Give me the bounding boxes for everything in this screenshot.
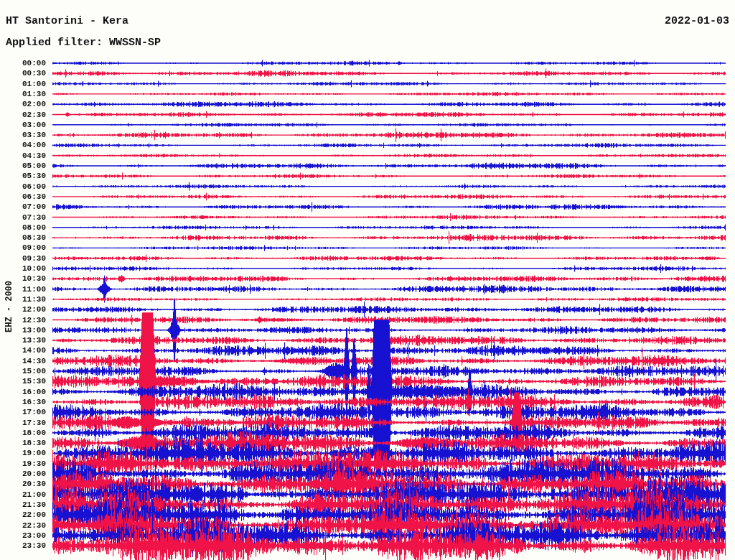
time-label: 22:00 bbox=[0, 510, 46, 519]
time-label: 10:30 bbox=[0, 274, 46, 283]
time-label: 23:00 bbox=[0, 531, 46, 540]
station-title: HT Santorini - Kera bbox=[6, 15, 128, 27]
filter-label: Applied filter: WWSSN-SP bbox=[6, 37, 161, 49]
time-label: 20:00 bbox=[0, 470, 46, 478]
time-label: 04:00 bbox=[0, 141, 46, 149]
time-label: 21:30 bbox=[0, 500, 46, 509]
time-label: 17:00 bbox=[0, 408, 46, 416]
helicorder-plot bbox=[0, 0, 735, 560]
time-label: 01:00 bbox=[0, 80, 46, 88]
time-label: 03:00 bbox=[0, 121, 46, 129]
time-label: 14:00 bbox=[0, 346, 46, 355]
time-label: 14:30 bbox=[0, 357, 46, 365]
time-label: 06:30 bbox=[0, 192, 46, 201]
time-label: 04:30 bbox=[0, 151, 46, 160]
time-label: 12:30 bbox=[0, 316, 46, 325]
time-label: 13:30 bbox=[0, 336, 46, 345]
time-label: 12:00 bbox=[0, 305, 46, 314]
time-label: 01:30 bbox=[0, 90, 46, 98]
time-label: 09:30 bbox=[0, 254, 46, 263]
time-label: 02:30 bbox=[0, 111, 46, 119]
time-label: 19:30 bbox=[0, 459, 46, 468]
time-label: 06:00 bbox=[0, 182, 46, 191]
time-label: 07:00 bbox=[0, 202, 46, 211]
time-label: 10:00 bbox=[0, 264, 46, 273]
time-label: 19:00 bbox=[0, 449, 46, 457]
time-label: 11:00 bbox=[0, 285, 46, 294]
time-label: 13:00 bbox=[0, 326, 46, 335]
time-label: 05:30 bbox=[0, 172, 46, 180]
time-label: 17:30 bbox=[0, 419, 46, 427]
time-label: 08:30 bbox=[0, 233, 46, 242]
time-label: 09:00 bbox=[0, 243, 46, 252]
time-label: 05:00 bbox=[0, 162, 46, 170]
time-label: 08:00 bbox=[0, 223, 46, 232]
time-label: 18:00 bbox=[0, 429, 46, 437]
time-label: 16:30 bbox=[0, 398, 46, 406]
time-label: 20:30 bbox=[0, 480, 46, 488]
time-label: 03:30 bbox=[0, 131, 46, 139]
time-label: 11:30 bbox=[0, 295, 46, 304]
helicorder-page: HT Santorini - Kera Applied filter: WWSS… bbox=[0, 0, 735, 560]
time-label: 07:30 bbox=[0, 213, 46, 222]
time-label: 22:30 bbox=[0, 521, 46, 530]
time-label: 16:00 bbox=[0, 388, 46, 396]
time-label: 00:00 bbox=[0, 59, 46, 67]
time-label: 21:00 bbox=[0, 490, 46, 499]
date-label: 2022-01-03 bbox=[665, 15, 729, 27]
time-label: 00:30 bbox=[0, 69, 46, 78]
time-label: 23:30 bbox=[0, 541, 46, 550]
time-label: 15:30 bbox=[0, 377, 46, 386]
time-label: 18:30 bbox=[0, 439, 46, 447]
time-label: 15:00 bbox=[0, 367, 46, 375]
time-label: 02:00 bbox=[0, 100, 46, 108]
